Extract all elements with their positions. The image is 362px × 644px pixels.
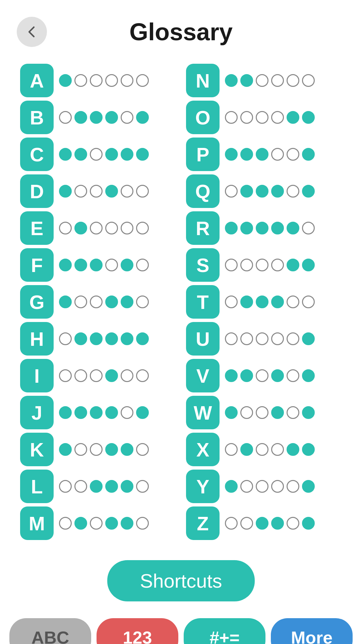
- glossary-grid: A N B O C P D Q E R: [0, 57, 362, 547]
- morse-dot: [90, 406, 103, 419]
- morse-dot: [90, 443, 103, 456]
- morse-dot: [271, 517, 284, 530]
- list-item: M: [20, 506, 176, 540]
- morse-dot: [105, 406, 118, 419]
- letter-badge: D: [20, 174, 54, 208]
- letter-badge: E: [20, 211, 54, 245]
- morse-dot: [240, 517, 253, 530]
- dots-container: [225, 148, 315, 161]
- list-item: A: [20, 64, 176, 97]
- dots-container: [225, 296, 315, 308]
- abc-button[interactable]: ABC: [9, 618, 91, 644]
- morse-dot: [240, 111, 253, 124]
- letter-badge: I: [20, 359, 54, 392]
- morse-dot: [240, 222, 253, 234]
- list-item: E: [20, 211, 176, 245]
- morse-dot: [90, 259, 103, 271]
- letter-badge: O: [186, 101, 220, 134]
- morse-dot: [302, 369, 315, 382]
- morse-dot: [256, 332, 268, 345]
- morse-dot: [105, 443, 118, 456]
- morse-dot: [256, 369, 268, 382]
- morse-dot: [59, 148, 72, 161]
- morse-dot: [121, 185, 133, 198]
- more-button[interactable]: More: [271, 618, 353, 644]
- morse-dot: [225, 259, 238, 271]
- morse-dot: [302, 259, 315, 271]
- morse-dot: [121, 443, 133, 456]
- morse-dot: [287, 111, 299, 124]
- list-item: R: [186, 211, 342, 245]
- morse-dot: [74, 148, 87, 161]
- morse-dot: [105, 517, 118, 530]
- num-button[interactable]: 123: [97, 618, 178, 644]
- morse-dot: [121, 517, 133, 530]
- morse-dot: [136, 259, 149, 271]
- list-item: B: [20, 101, 176, 134]
- morse-dot: [302, 296, 315, 308]
- letter-badge: V: [186, 359, 220, 392]
- morse-dot: [74, 74, 87, 87]
- list-item: T: [186, 285, 342, 319]
- morse-dot: [287, 480, 299, 493]
- morse-dot: [287, 74, 299, 87]
- morse-dot: [121, 406, 133, 419]
- morse-dot: [302, 480, 315, 493]
- morse-dot: [105, 74, 118, 87]
- morse-dot: [225, 480, 238, 493]
- morse-dot: [256, 74, 268, 87]
- morse-dot: [90, 517, 103, 530]
- dots-container: [225, 74, 315, 87]
- morse-dot: [59, 369, 72, 382]
- bottom-bar: ABC 123 #+= More: [0, 611, 362, 644]
- morse-dot: [121, 480, 133, 493]
- letter-badge: S: [186, 248, 220, 282]
- dots-container: [59, 74, 149, 87]
- morse-dot: [90, 222, 103, 234]
- morse-dot: [105, 148, 118, 161]
- letter-badge: X: [186, 433, 220, 466]
- morse-dot: [271, 111, 284, 124]
- morse-dot: [287, 443, 299, 456]
- dots-container: [59, 296, 149, 308]
- list-item: C: [20, 138, 176, 171]
- morse-dot: [105, 111, 118, 124]
- morse-dot: [225, 74, 238, 87]
- letter-badge: W: [186, 396, 220, 429]
- letter-badge: K: [20, 433, 54, 466]
- hash-button[interactable]: #+=: [184, 618, 265, 644]
- morse-dot: [59, 222, 72, 234]
- morse-dot: [287, 259, 299, 271]
- dots-container: [225, 517, 315, 530]
- morse-dot: [59, 111, 72, 124]
- morse-dot: [121, 222, 133, 234]
- dots-container: [59, 259, 149, 271]
- morse-dot: [74, 185, 87, 198]
- list-item: D: [20, 174, 176, 208]
- morse-dot: [90, 111, 103, 124]
- morse-dot: [225, 443, 238, 456]
- list-item: G: [20, 285, 176, 319]
- morse-dot: [90, 185, 103, 198]
- morse-dot: [287, 222, 299, 234]
- morse-dot: [121, 259, 133, 271]
- list-item: I: [20, 359, 176, 392]
- morse-dot: [136, 111, 149, 124]
- back-button[interactable]: [17, 17, 47, 47]
- shortcuts-button[interactable]: Shortcuts: [107, 560, 255, 601]
- morse-dot: [90, 74, 103, 87]
- dots-container: [225, 443, 315, 456]
- morse-dot: [121, 74, 133, 87]
- morse-dot: [105, 185, 118, 198]
- morse-dot: [287, 296, 299, 308]
- morse-dot: [74, 406, 87, 419]
- morse-dot: [287, 406, 299, 419]
- morse-dot: [225, 148, 238, 161]
- morse-dot: [256, 148, 268, 161]
- morse-dot: [59, 443, 72, 456]
- morse-dot: [271, 259, 284, 271]
- letter-badge: J: [20, 396, 54, 429]
- letter-badge: P: [186, 138, 220, 171]
- morse-dot: [74, 443, 87, 456]
- morse-dot: [90, 480, 103, 493]
